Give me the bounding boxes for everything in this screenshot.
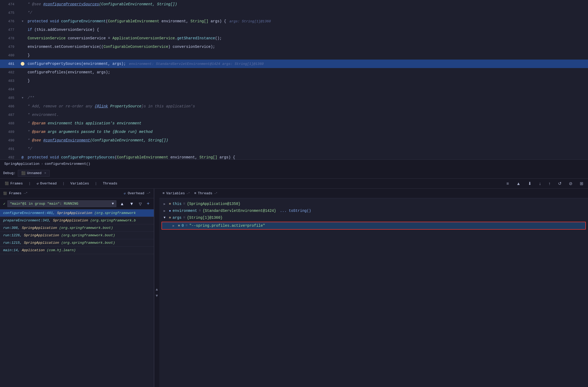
threads-label: Threads (103, 182, 117, 186)
scroll-down-btn[interactable]: ▼ (154, 292, 160, 299)
scroll-up-btn[interactable]: ▲ (154, 286, 160, 292)
code-content: /** (27, 94, 588, 102)
frame-item[interactable]: prepareEnvironment:343, SpringApplicatio… (0, 217, 154, 224)
line-number: 484 (0, 87, 19, 91)
toolbar-btn-up2[interactable]: ↑ (547, 180, 552, 187)
toolbar-btn-down-alt[interactable]: ⬇ (526, 180, 533, 187)
code-content: if (this.addConversionService) { (27, 26, 588, 34)
fold-icon[interactable]: ▼ (22, 96, 23, 99)
thread-dropdown[interactable]: "main"@1 in group "main": RUNNING ▼ (7, 200, 116, 207)
variables-tab[interactable]: ≡ Variables →* (163, 191, 190, 195)
variables-tab-icon: ≡ (163, 191, 165, 195)
code-line-487: 487 * environment. (0, 111, 588, 119)
list-icon: ≡ (169, 202, 171, 206)
line-number: 483 (0, 79, 19, 83)
filter-btn[interactable]: ▽ (137, 201, 143, 207)
line-number: 480 (0, 53, 19, 57)
debug-tab-close[interactable]: × (44, 171, 46, 175)
code-line-489: 489 * @param args arguments passed to th… (0, 128, 588, 136)
variable-row[interactable]: ▶≡0 = "--spring.profiles.active=profile" (161, 222, 586, 230)
right-panel-header: ≡ Variables →* ≡ Threads →* (159, 189, 588, 198)
toolbar-btn-menu[interactable]: ≡ (505, 180, 510, 187)
code-content: * @see #configureEnvironment(Configurabl… (27, 136, 588, 145)
breadcrumb-bar: SpringApplication › configureEnvironment… (0, 159, 588, 168)
overhead-label: Overhead (40, 182, 57, 186)
code-content: environment.setConversionService((Config… (27, 43, 588, 51)
line-number: 478 (0, 36, 19, 40)
code-content: configureProfiles(environment, args); (27, 68, 588, 77)
code-content: protected void configureEnvironment(Conf… (27, 17, 588, 26)
breadcrumb-item-1[interactable]: SpringApplication (4, 162, 40, 166)
variable-row[interactable]: ▶≡this = {SpringApplication@1358} (159, 200, 588, 207)
variable-name: this (173, 202, 182, 206)
equals-sign: = (199, 209, 201, 213)
code-line-485: 485▼/** (0, 94, 588, 102)
line-number: 492 (0, 155, 19, 159)
fold-icon[interactable]: ▼ (22, 20, 23, 23)
code-content: } (27, 51, 588, 60)
debug-label: Debug: (3, 171, 16, 175)
frame-item[interactable]: run:308, SpringApplication (org.springfr… (0, 224, 154, 232)
frames-panel-icon: ⬛ (3, 192, 7, 195)
line-number: 491 (0, 147, 19, 151)
tab-variables[interactable]: Variables (69, 180, 91, 187)
toolbar-btn-grid[interactable]: ⊞ (578, 180, 585, 187)
code-line-475: 475 */ (0, 9, 588, 17)
code-line-479: 479 environment.setConversionService((Co… (0, 43, 588, 51)
code-line-478: 478 ConversionService conversionService … (0, 34, 588, 43)
toolbar-btn-stop[interactable]: ⊘ (567, 180, 574, 187)
debug-tab[interactable]: ⬛ Unnamed × (18, 170, 50, 177)
code-content: */ (27, 145, 588, 153)
thread-check-icon: ✓ (3, 201, 5, 206)
debug-toolbar: Debug: ⬛ Unnamed × (0, 168, 588, 179)
variable-row[interactable]: ▶●environment = {StandardServletEnvironm… (159, 207, 588, 214)
code-lines: 474 * @see #configurePropertySources(Con… (0, 0, 588, 159)
code-line-481: 481 configurePropertySources(environment… (0, 60, 588, 68)
variable-name: environment (173, 209, 197, 213)
tab-frames[interactable]: ⬛ Frames (3, 180, 24, 187)
editor-area: 474 * @see #configurePropertySources(Con… (0, 0, 588, 159)
tab-threads[interactable]: Threads (101, 180, 119, 187)
code-line-476: 476▼protected void configureEnvironment(… (0, 17, 588, 26)
frames-arrow: →* (24, 191, 28, 195)
tab-sep-3: | (95, 182, 97, 186)
frame-name: prepareEnvironment:343, SpringApplicatio… (3, 218, 151, 222)
breadcrumb-separator: › (41, 162, 43, 166)
line-gutter: ▼ (19, 96, 27, 99)
threads-tab[interactable]: ≡ Threads →* (194, 191, 218, 195)
frame-item[interactable]: main:14, Application (com.hj.learn) (0, 247, 154, 254)
code-line-492: 492@protected void configurePropertySour… (0, 153, 588, 159)
line-number: 490 (0, 138, 19, 142)
frame-item[interactable]: run:1215, SpringApplication (org.springf… (0, 239, 154, 247)
toolbar-btn-refresh[interactable]: ↺ (556, 180, 563, 187)
frames-panel-title: Frames (9, 191, 22, 195)
variable-link[interactable]: ... toString() (280, 209, 311, 213)
list-icon: ≡ (178, 224, 180, 228)
frame-item[interactable]: run:1226, SpringApplication (org.springf… (0, 232, 154, 239)
add-btn[interactable]: + (146, 201, 151, 207)
code-content: } (27, 77, 588, 85)
expand-icon[interactable]: ▶ (173, 224, 176, 228)
code-content: protected void configurePropertySources(… (27, 153, 588, 159)
breadcrumb-item-2[interactable]: configureEnvironment() (45, 162, 90, 166)
frame-item[interactable]: configureEnvironment:481, SpringApplicat… (0, 209, 154, 217)
current-line-indicator (21, 62, 24, 66)
debug-tab-name: Unnamed (27, 171, 42, 175)
tab-overhead[interactable]: ↺ Overhead (35, 180, 58, 187)
variable-row[interactable]: ▼≡args = {String[1]@1360} (159, 214, 588, 221)
line-number: 479 (0, 45, 19, 49)
thread-up-btn[interactable]: ▲ (118, 201, 126, 207)
expand-icon[interactable]: ▶ (164, 209, 167, 213)
thread-down-btn[interactable]: ▼ (128, 201, 135, 207)
tab-sep-2: | (62, 182, 65, 186)
expand-icon[interactable]: ▼ (164, 216, 167, 220)
equals-sign: = (183, 202, 185, 206)
variable-value: {String[1]@1360} (187, 216, 223, 220)
toolbar-btn-up[interactable]: ▲ (515, 180, 522, 187)
overhead-panel-icon: ↺ (124, 192, 126, 195)
expand-icon[interactable]: ▶ (164, 202, 167, 206)
toolbar-btn-down2[interactable]: ↓ (537, 180, 543, 187)
line-number: 481 (0, 62, 19, 66)
threads-tab-label: Threads (198, 191, 212, 195)
equals-sign: = (183, 216, 185, 220)
